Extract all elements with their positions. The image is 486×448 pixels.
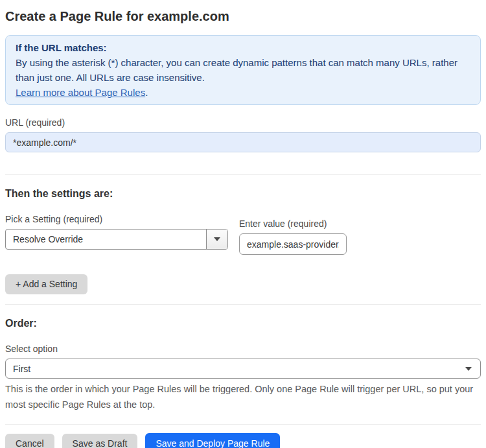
info-box-heading: If the URL matches: bbox=[16, 40, 470, 55]
form-actions: Cancel Save as Draft Save and Deploy Pag… bbox=[5, 433, 481, 448]
setting-value-label: Enter value (required) bbox=[239, 218, 347, 229]
order-select-value: First bbox=[13, 364, 30, 374]
chevron-down-icon bbox=[206, 230, 227, 249]
triangle-glyph bbox=[214, 237, 220, 241]
info-box-body: By using the asterisk (*) character, you… bbox=[16, 55, 470, 85]
save-and-deploy-button[interactable]: Save and Deploy Page Rule bbox=[145, 433, 280, 448]
settings-section-heading: Then the settings are: bbox=[5, 188, 481, 200]
setting-value-input[interactable] bbox=[239, 233, 347, 255]
setting-select-value: Resolve Override bbox=[6, 234, 83, 244]
setting-select-label: Pick a Setting (required) bbox=[5, 214, 228, 224]
order-section-heading: Order: bbox=[5, 318, 481, 329]
order-help-text: This is the order in which your Page Rul… bbox=[5, 381, 481, 412]
setting-select[interactable]: Resolve Override bbox=[5, 229, 228, 250]
setting-value-column: Enter value (required) bbox=[239, 218, 347, 255]
divider bbox=[5, 424, 481, 425]
add-setting-button[interactable]: + Add a Setting bbox=[5, 274, 87, 294]
order-select[interactable]: First bbox=[5, 359, 481, 379]
divider bbox=[5, 304, 481, 305]
order-select-label: Select option bbox=[5, 344, 481, 354]
info-link-line: Learn more about Page Rules. bbox=[16, 85, 470, 100]
cancel-button[interactable]: Cancel bbox=[5, 434, 54, 448]
url-field-label: URL (required) bbox=[5, 117, 481, 128]
learn-more-page-rules-link[interactable]: Learn more about Page Rules bbox=[16, 87, 145, 98]
divider bbox=[5, 174, 481, 175]
chevron-down-icon bbox=[465, 367, 472, 371]
page-title: Create a Page Rule for example.com bbox=[5, 9, 481, 24]
url-match-info-box: If the URL matches: By using the asteris… bbox=[5, 35, 481, 105]
url-input[interactable] bbox=[5, 132, 481, 152]
setting-select-column: Pick a Setting (required) Resolve Overri… bbox=[5, 214, 228, 250]
save-as-draft-button[interactable]: Save as Draft bbox=[62, 434, 138, 448]
link-suffix-period: . bbox=[145, 87, 148, 98]
settings-row: Pick a Setting (required) Resolve Overri… bbox=[5, 214, 481, 255]
create-page-rule-form: Create a Page Rule for example.com If th… bbox=[0, 0, 486, 448]
